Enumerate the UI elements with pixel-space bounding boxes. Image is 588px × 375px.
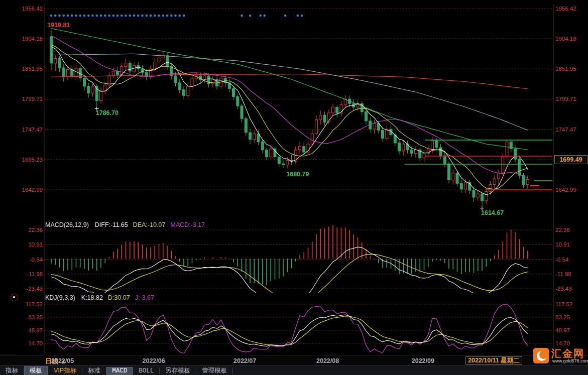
kdj-axis-tick-left: 14.70 <box>13 340 43 347</box>
date-axis-label: 2022/10/11 星期二 <box>465 356 522 365</box>
main-axis-tick-left: 1904.18 <box>13 35 43 42</box>
date-axis-row: 日线 ▲ 2022/052022/062022/072022/082022/09… <box>0 355 588 366</box>
logo-url: www.gold678.com <box>552 358 588 363</box>
main-axis-tick-left: 1851.95 <box>13 65 43 72</box>
macd-axis-tick-left: 22.36 <box>13 226 43 233</box>
macd-title: MACD(26,12,9) <box>45 221 89 228</box>
value-readout: DIFF:-11.65 <box>95 221 128 228</box>
main-axis-tick-right: 1956.42 <box>555 5 586 12</box>
macd-axis-tick-left: 10.91 <box>13 241 43 248</box>
main-axis-tick-right: 1747.47 <box>555 126 586 133</box>
trading-app: 分时图K线图闪电图合约资料 现货黄金<日线> MA(5,10,21,55,100… <box>0 0 588 375</box>
kdj-axis-tick-left: 48.97 <box>13 327 43 334</box>
toolbar-tab-5[interactable]: BOLL <box>133 367 159 375</box>
value-readout: D:30.07 <box>108 294 130 301</box>
price-annotation: 1786.70 <box>96 109 119 116</box>
toolbar-tab-1[interactable]: 模板 <box>24 366 48 375</box>
date-axis-label: 2022/06 <box>143 357 165 364</box>
value-readout: MACD:-3.17 <box>170 221 205 228</box>
kdj-axis-tick-right: 48.97 <box>555 327 586 334</box>
date-axis-label: 2022/07 <box>233 357 256 364</box>
alarm-sun-icon[interactable] <box>11 294 18 301</box>
kdj-axis-tick-right: 83.25 <box>555 314 586 321</box>
macd-axis-tick-right: -11.98 <box>555 271 586 278</box>
main-axis-tick-left: 1642.99 <box>13 186 43 193</box>
macd-axis-tick-left: -0.54 <box>13 256 43 263</box>
price-annotation: 1614.67 <box>481 209 504 216</box>
price-annotation: 1680.79 <box>286 171 309 178</box>
toolbar-tab-3[interactable]: 标准 <box>82 366 106 375</box>
bottom-toolbar: 指标模板VIP指标标准MACDBOLL另存模板管理模板 <box>0 365 588 375</box>
main-axis-tick-left: 1695.23 <box>13 156 43 163</box>
value-readout: DEA:-10.07 <box>133 221 166 228</box>
macd-axis-tick-right: -23.43 <box>555 285 586 292</box>
main-axis-tick-left: 1747.47 <box>13 126 43 133</box>
kdj-axis-tick-right: 117.52 <box>555 301 586 308</box>
macd-axis-tick-right: -0.54 <box>555 256 586 263</box>
macd-axis-tick-left: -23.43 <box>13 285 43 292</box>
main-chart-canvas[interactable] <box>0 0 588 219</box>
kdj-axis-tick-right: 14.70 <box>555 340 586 347</box>
site-logo: 汇金网 www.gold678.com <box>532 347 587 366</box>
macd-axis-tick-right: 22.36 <box>555 226 586 233</box>
main-axis-tick-left: 1956.42 <box>13 5 43 12</box>
value-readout: K:18.82 <box>81 294 103 301</box>
macd-axis-tick-right: 10.91 <box>555 241 586 248</box>
kdj-panel-header: KDJ(9,3,3)K:18.82D:30.07J:-3.67 <box>45 294 159 301</box>
date-axis-label: 2022/05 <box>51 357 74 364</box>
kdj-chart-canvas[interactable] <box>0 293 588 354</box>
toolbar-separator <box>232 367 233 374</box>
toolbar-tab-4[interactable]: MACD <box>106 367 133 375</box>
macd-panel-header: MACD(26,12,9)DIFF:-11.65DEA:-10.07MACD:-… <box>45 221 210 228</box>
value-readout: J:-3.67 <box>135 294 154 301</box>
kdj-title: KDJ(9,3,3) <box>45 294 75 301</box>
macd-axis-tick-left: -11.98 <box>13 271 43 278</box>
date-axis-label: 2022/08 <box>316 357 339 364</box>
main-axis-tick-right: 1799.71 <box>555 95 586 102</box>
toolbar-tab-2[interactable]: VIP指标 <box>48 366 82 375</box>
price-annotation: 1919.81 <box>47 22 70 29</box>
kdj-axis-tick-left: 83.25 <box>13 314 43 321</box>
toolbar-tab-7[interactable]: 管理模板 <box>196 366 232 375</box>
macd-chart-canvas[interactable] <box>0 219 588 293</box>
toolbar-tab-6[interactable]: 另存模板 <box>160 366 196 375</box>
date-axis-label: 2022/09 <box>412 357 434 364</box>
kdj-axis-tick-left: 117.52 <box>13 301 43 308</box>
main-axis-tick-right: 1642.99 <box>555 186 586 193</box>
logo-crescent-icon <box>533 348 549 363</box>
main-axis-tick-right: 1851.95 <box>555 65 586 72</box>
main-axis-tick-left: 1799.71 <box>13 95 43 102</box>
toolbar-tab-0[interactable]: 指标 <box>0 366 24 375</box>
price-label-box: 1699.49 <box>554 155 587 164</box>
main-axis-tick-right: 1904.18 <box>555 35 586 42</box>
